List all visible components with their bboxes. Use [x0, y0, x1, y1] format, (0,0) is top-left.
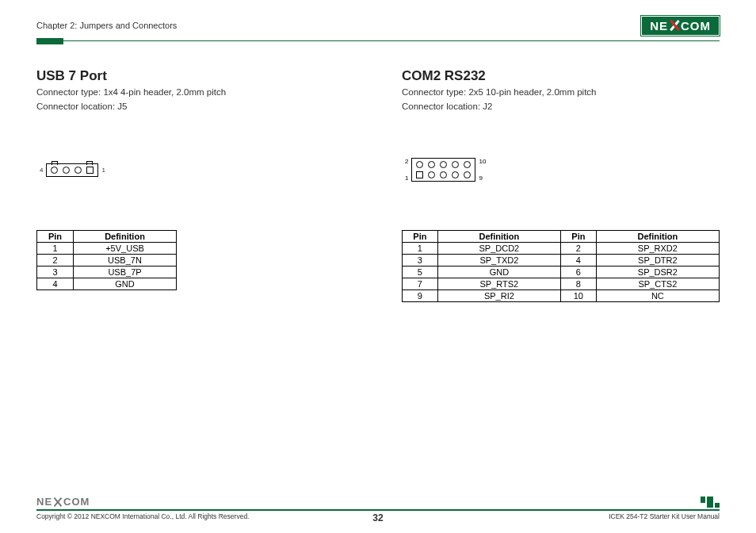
- usb7-conn-type: Connector type: 1x4 4-pin header, 2.0mm …: [36, 86, 354, 98]
- pin-circle-icon: [428, 171, 435, 178]
- com2-pin-label-1: 1: [405, 174, 408, 182]
- com2-conn-type: Connector type: 2x5 10-pin header, 2.0mm…: [402, 86, 720, 98]
- com2-pin-label-10: 10: [479, 158, 486, 165]
- logo-text-pre: NE: [650, 19, 668, 33]
- table-row: 2USB_7N: [37, 255, 177, 266]
- footer-logo: NE COM: [36, 496, 90, 508]
- com2-pin-table: Pin Definition Pin Definition 1SP_DCD22S…: [402, 230, 720, 302]
- pin-circle-icon: [452, 161, 459, 168]
- logo-x-icon: [53, 497, 63, 507]
- th-pin: Pin: [560, 231, 596, 243]
- table-row: 7SP_RTS28SP_CTS2: [403, 278, 720, 290]
- usb7-diagram: 4 1: [36, 151, 354, 189]
- com2-connector: [411, 158, 475, 182]
- pin-square-icon: [416, 171, 423, 178]
- th-def: Definition: [437, 231, 560, 243]
- table-row: 3SP_TXD24SP_DTR2: [403, 255, 720, 266]
- manual-title: ICEK 254-T2 Starter Kit User Manual: [609, 512, 720, 520]
- th-def: Definition: [596, 231, 719, 243]
- page-number: 32: [372, 512, 383, 523]
- usb7-conn-loc: Connector location: J5: [36, 100, 354, 113]
- pin-circle-icon: [464, 161, 471, 168]
- pin-circle-icon: [440, 171, 447, 178]
- com2-pin-label-9: 9: [479, 174, 486, 182]
- com2-title: COM2 RS232: [402, 68, 720, 84]
- table-row: 1SP_DCD22SP_RXD2: [403, 243, 720, 255]
- table-row: 5GND6SP_DSR2: [403, 266, 720, 278]
- th-pin: Pin: [37, 231, 74, 243]
- logo-x-icon: [669, 20, 680, 31]
- usb7-title: USB 7 Port: [36, 68, 354, 84]
- logo-text-post: COM: [63, 496, 90, 508]
- logo-text-post: COM: [681, 19, 711, 33]
- corner-decoration-icon: [701, 497, 720, 508]
- com2-pin-label-2: 2: [405, 158, 408, 165]
- copyright-text: Copyright © 2012 NEXCOM International Co…: [36, 512, 249, 520]
- header-rule: [36, 40, 720, 41]
- brand-logo: NE COM: [641, 16, 720, 36]
- com2-conn-loc: Connector location: J2: [402, 100, 720, 113]
- usb7-pin-table: Pin Definition 1+5V_USB 2USB_7N 3USB_7P …: [36, 230, 177, 290]
- usb7-connector: [46, 163, 98, 177]
- pin-circle-icon: [416, 161, 423, 168]
- table-row: 4GND: [37, 278, 177, 290]
- pin-circle-icon: [452, 171, 459, 178]
- pin-circle-icon: [51, 167, 58, 174]
- pin-circle-icon: [63, 167, 70, 174]
- table-row: 9SP_RI210NC: [403, 290, 720, 302]
- usb7-pin-label-1: 1: [98, 167, 108, 174]
- table-row: 1+5V_USB: [37, 243, 177, 255]
- logo-text-pre: NE: [36, 496, 52, 508]
- com2-diagram: 2 1: [402, 151, 720, 189]
- table-row: 3USB_7P: [37, 266, 177, 278]
- pin-circle-icon: [428, 161, 435, 168]
- pin-circle-icon: [464, 171, 471, 178]
- pin-square-icon: [86, 167, 94, 174]
- th-def: Definition: [74, 231, 177, 243]
- chapter-title: Chapter 2: Jumpers and Connectors: [36, 21, 177, 30]
- th-pin: Pin: [403, 231, 438, 243]
- pin-circle-icon: [440, 161, 447, 168]
- usb7-pin-label-4: 4: [36, 167, 46, 174]
- pin-circle-icon: [74, 167, 82, 174]
